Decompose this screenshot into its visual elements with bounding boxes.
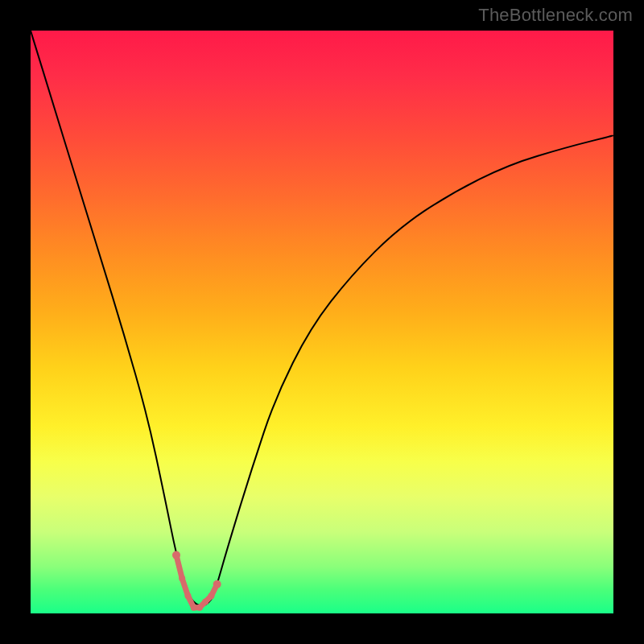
marker-dot [208,592,214,599]
chart-stage: TheBottleneck.com [0,0,644,644]
marker-dot [213,580,221,588]
marker-dot [196,605,203,611]
marker-group [172,551,221,611]
curve-svg [31,31,613,613]
marker-dot [185,592,192,599]
marker-dot [191,605,197,611]
marker-dot [179,576,185,582]
marker-dot [172,551,180,559]
bottleneck-curve [31,31,613,605]
marker-dot [202,599,208,605]
plot-area [31,31,613,613]
watermark-text: TheBottleneck.com [478,5,633,26]
